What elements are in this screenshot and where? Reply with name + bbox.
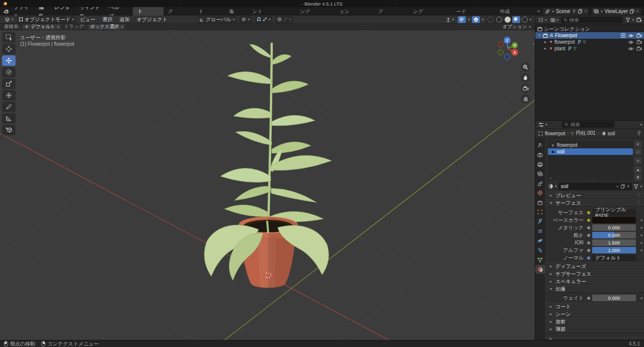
panel-surface[interactable]: ▾サーフェス⠿ [545, 199, 644, 207]
move-slot-up-button[interactable]: ▲ [634, 166, 641, 173]
tool-move[interactable] [2, 55, 16, 66]
disable-render-camera-icon[interactable] [636, 33, 642, 38]
animate-dot-icon[interactable] [639, 249, 644, 251]
toggle-perspective-button[interactable] [521, 94, 530, 104]
chevron-down-icon[interactable]: ▾ [640, 185, 642, 188]
shading-rendered-button[interactable] [512, 16, 520, 23]
tab-modifiers[interactable] [536, 218, 544, 225]
animate-dot-icon[interactable] [639, 242, 644, 244]
shader-socket-icon[interactable] [587, 211, 590, 214]
tool-measure[interactable] [2, 113, 16, 124]
vector-socket-icon[interactable] [587, 256, 590, 259]
color-socket-icon[interactable] [587, 219, 590, 222]
value-socket-icon[interactable] [587, 241, 590, 244]
material-name-field[interactable]: soil ○ × [558, 183, 632, 190]
add-slot-button[interactable]: + [634, 141, 641, 147]
metallic-slider[interactable]: 0.000 [592, 224, 636, 231]
shading-extra-button[interactable] [521, 16, 529, 23]
snap-controls[interactable]: ▾ [255, 16, 273, 23]
panel-emission[interactable]: ▸放射 [545, 318, 644, 325]
menu-select[interactable]: 選択 [99, 16, 115, 23]
pin-icon[interactable] [637, 131, 641, 136]
outliner-search[interactable] [561, 17, 623, 23]
outliner-display-mode[interactable]: ▾ [549, 16, 560, 23]
normal-button[interactable]: デフォルト [592, 254, 636, 261]
transform-orientation-selector[interactable]: グローバル ▾ [198, 16, 236, 23]
panel-subsurface[interactable]: ▸サブサーフェス [545, 270, 644, 278]
filter-icon[interactable] [633, 184, 638, 189]
scene-selector[interactable]: ▾ Scene × [543, 8, 589, 15]
fake-user-icon[interactable]: ○ [616, 184, 619, 189]
tab-material[interactable] [536, 266, 544, 273]
options-dropdown[interactable]: オプション ▾ [503, 24, 531, 30]
tab-collection[interactable] [536, 199, 544, 206]
pan-button[interactable] [521, 73, 530, 82]
view-layer-selector[interactable]: ▾ ViewLayer × [592, 8, 641, 15]
expand-arrow-icon[interactable]: ▸ [543, 46, 547, 51]
remove-slot-button[interactable]: − [634, 148, 641, 155]
base-color-swatch[interactable] [592, 217, 636, 223]
list-expand-icon[interactable]: ▸ [550, 176, 552, 180]
plant-object[interactable] [220, 44, 332, 232]
shading-solid-button[interactable] [495, 16, 503, 23]
new-scene-icon[interactable] [578, 9, 582, 14]
unlink-material-icon[interactable]: × [627, 184, 630, 189]
outliner-row-scene-collection[interactable]: シーンコレクション [535, 26, 644, 32]
tool-select-box[interactable] [2, 32, 16, 43]
ior-slider[interactable]: 1.500 [592, 239, 636, 246]
tool-add-primitive[interactable] [2, 125, 16, 135]
properties-search-input[interactable] [571, 122, 612, 127]
pivot-point-selector[interactable]: ▾ [239, 16, 252, 23]
shading-wireframe-button[interactable] [487, 16, 495, 23]
panel-specular[interactable]: ▸スペキュラー [545, 278, 644, 285]
proportional-editing-controls[interactable]: ▾ [275, 16, 293, 23]
value-socket-icon[interactable] [587, 234, 590, 237]
new-material-icon[interactable] [621, 184, 625, 189]
menu-add[interactable]: 追加 [116, 16, 132, 23]
slot-specials-menu[interactable]: ▾ [634, 157, 641, 164]
tab-view-layer[interactable] [536, 170, 544, 178]
panel-sheen[interactable]: ▸シーン [545, 310, 644, 318]
sidebar-toggle-arrow[interactable]: ‹ [533, 41, 534, 46]
panel-preview[interactable]: ▸プレビュー⠿ [545, 192, 644, 199]
properties-editor-type[interactable]: ▾ [537, 121, 548, 128]
chevron-down-icon[interactable]: ▾ [555, 185, 557, 188]
tab-output[interactable] [536, 160, 544, 168]
tool-transform[interactable] [2, 90, 16, 101]
value-socket-icon[interactable] [587, 297, 590, 300]
tab-physics[interactable] [536, 237, 544, 244]
blender-menu-icon[interactable] [3, 9, 9, 14]
tab-particles[interactable] [536, 227, 544, 235]
roughness-slider[interactable]: 0.500 [592, 232, 636, 238]
hide-eye-icon[interactable] [628, 40, 634, 44]
browse-material-icon[interactable] [548, 184, 553, 189]
drag-mode-dropdown[interactable]: ボックス選択 ▾ [88, 24, 125, 30]
pin-icon[interactable] [572, 9, 576, 14]
tab-object-data[interactable] [536, 256, 544, 264]
expand-arrow-icon[interactable]: ▸ [543, 40, 547, 44]
panel-thin-film[interactable]: ▸薄膜 [545, 325, 644, 333]
material-slot-flowerpot[interactable]: ● flowerpot [548, 142, 633, 148]
panel-diffuse[interactable]: ▸ディフューズ [545, 263, 644, 270]
new-view-layer-icon[interactable] [630, 9, 634, 14]
zoom-button[interactable] [521, 62, 530, 72]
value-socket-icon[interactable] [587, 226, 590, 229]
outliner-search-input[interactable] [570, 17, 620, 23]
viewport-canvas[interactable]: ユーザー・透視投影 (1) Flowerpot | flowerpot Z Y [0, 30, 535, 340]
new-collection-button[interactable] [636, 17, 642, 22]
collection-checkbox[interactable]: ✓ [621, 33, 625, 38]
surface-shader-button[interactable]: プリンシプルBSDF [592, 209, 636, 216]
alpha-slider[interactable]: 1.000 [592, 247, 636, 253]
disable-render-camera-icon[interactable] [636, 46, 642, 51]
mode-selector[interactable]: オブジェクトモード ▾ [17, 16, 76, 23]
move-slot-down-button[interactable]: ▼ [634, 174, 641, 181]
tab-world[interactable] [536, 189, 544, 197]
hide-eye-icon[interactable] [628, 34, 634, 38]
shading-dropdown[interactable]: ▾ [529, 18, 531, 21]
menu-object[interactable]: オブジェクト [133, 16, 170, 23]
add-workspace-button[interactable]: + [534, 7, 543, 16]
expand-arrow-icon[interactable]: ▾ [537, 33, 541, 38]
outliner-row-plant[interactable]: ▸ ▼ plant ▽ [535, 45, 644, 52]
animate-dot-icon[interactable] [639, 297, 644, 299]
animate-dot-icon[interactable] [639, 219, 644, 221]
